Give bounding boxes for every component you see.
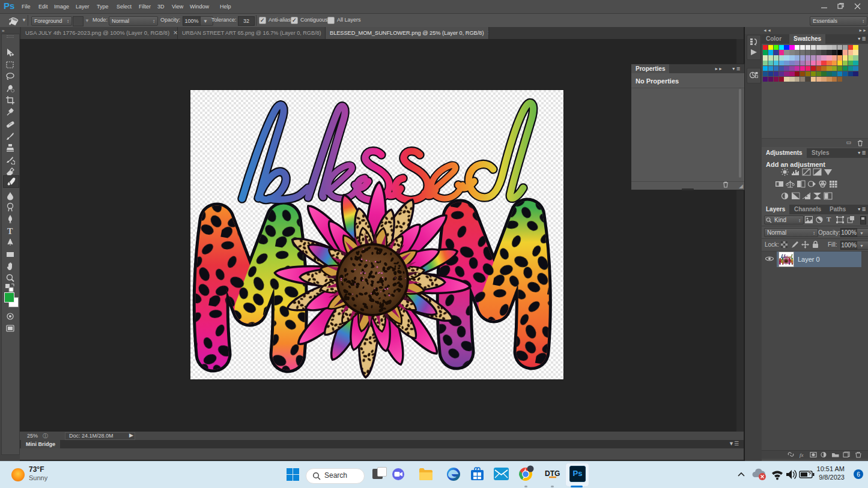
svg-text:T: T [7, 227, 13, 236]
svg-text:fx: fx [800, 452, 804, 458]
